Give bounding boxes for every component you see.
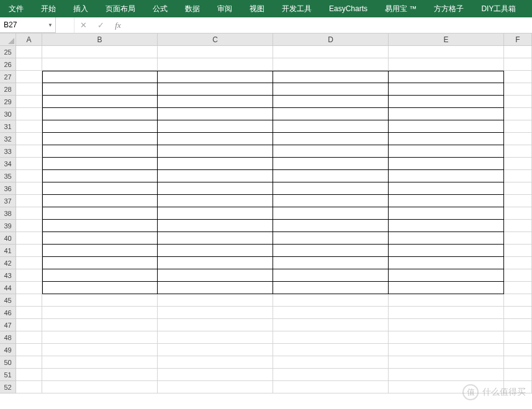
- cell-A28[interactable]: [16, 83, 42, 96]
- cell-C34[interactable]: [158, 158, 273, 170]
- cell-C37[interactable]: [158, 195, 273, 207]
- cell-D50[interactable]: [273, 356, 389, 369]
- cell-A29[interactable]: [16, 96, 42, 108]
- row-header-26[interactable]: 26: [0, 58, 16, 71]
- cell-E33[interactable]: [389, 145, 504, 158]
- cell-D42[interactable]: [273, 257, 389, 269]
- cell-E27[interactable]: [389, 71, 504, 83]
- cell-E28[interactable]: [389, 83, 504, 96]
- row-header-38[interactable]: 38: [0, 207, 16, 220]
- cell-D43[interactable]: [273, 269, 389, 282]
- cell-F37[interactable]: [504, 195, 532, 207]
- cell-B38[interactable]: [42, 207, 158, 220]
- cell-F30[interactable]: [504, 108, 532, 120]
- cell-F38[interactable]: [504, 207, 532, 220]
- cell-F25[interactable]: [504, 46, 532, 58]
- cell-A37[interactable]: [16, 195, 42, 207]
- cell-C27[interactable]: [158, 71, 273, 83]
- column-header-D[interactable]: D: [273, 34, 389, 46]
- cell-E31[interactable]: [389, 120, 504, 133]
- cell-F26[interactable]: [504, 58, 532, 71]
- cell-D41[interactable]: [273, 245, 389, 257]
- cell-E25[interactable]: [389, 46, 504, 58]
- cell-E32[interactable]: [389, 133, 504, 145]
- fx-button[interactable]: fx: [109, 17, 127, 33]
- cell-F41[interactable]: [504, 245, 532, 257]
- cell-D44[interactable]: [273, 282, 389, 294]
- cell-E48[interactable]: [389, 331, 504, 344]
- cell-D27[interactable]: [273, 71, 389, 83]
- cell-E52[interactable]: [389, 381, 504, 393]
- cell-B31[interactable]: [42, 120, 158, 133]
- cell-A26[interactable]: [16, 58, 42, 71]
- row-header-42[interactable]: 42: [0, 257, 16, 269]
- cell-C49[interactable]: [158, 344, 273, 356]
- cell-E34[interactable]: [389, 158, 504, 170]
- row-header-51[interactable]: 51: [0, 369, 16, 381]
- cell-C47[interactable]: [158, 319, 273, 331]
- row-header-33[interactable]: 33: [0, 145, 16, 158]
- cell-E45[interactable]: [389, 294, 504, 307]
- cell-A49[interactable]: [16, 344, 42, 356]
- cell-E36[interactable]: [389, 182, 504, 195]
- cell-F43[interactable]: [504, 269, 532, 282]
- row-header-44[interactable]: 44: [0, 282, 16, 294]
- cell-C39[interactable]: [158, 220, 273, 232]
- cell-D40[interactable]: [273, 232, 389, 245]
- row-header-27[interactable]: 27: [0, 71, 16, 83]
- cell-A25[interactable]: [16, 46, 42, 58]
- cell-A44[interactable]: [16, 282, 42, 294]
- cell-B52[interactable]: [42, 381, 158, 393]
- cell-B36[interactable]: [42, 182, 158, 195]
- cancel-button[interactable]: ✕: [74, 17, 92, 33]
- cell-B25[interactable]: [42, 46, 158, 58]
- cell-F36[interactable]: [504, 182, 532, 195]
- column-header-F[interactable]: F: [504, 34, 532, 46]
- cell-D35[interactable]: [273, 170, 389, 182]
- cell-D31[interactable]: [273, 120, 389, 133]
- ribbon-tab-0[interactable]: 文件: [0, 0, 32, 17]
- cell-A32[interactable]: [16, 133, 42, 145]
- cell-B35[interactable]: [42, 170, 158, 182]
- cell-D25[interactable]: [273, 46, 389, 58]
- cell-A42[interactable]: [16, 257, 42, 269]
- cell-D38[interactable]: [273, 207, 389, 220]
- cell-E44[interactable]: [389, 282, 504, 294]
- cell-D36[interactable]: [273, 182, 389, 195]
- cell-E29[interactable]: [389, 96, 504, 108]
- cell-D34[interactable]: [273, 158, 389, 170]
- cell-C48[interactable]: [158, 331, 273, 344]
- row-header-45[interactable]: 45: [0, 294, 16, 307]
- row-header-35[interactable]: 35: [0, 170, 16, 182]
- cell-B34[interactable]: [42, 158, 158, 170]
- cell-E41[interactable]: [389, 245, 504, 257]
- column-header-B[interactable]: B: [42, 34, 158, 46]
- cell-B42[interactable]: [42, 257, 158, 269]
- cell-A35[interactable]: [16, 170, 42, 182]
- cell-C40[interactable]: [158, 232, 273, 245]
- cell-A43[interactable]: [16, 269, 42, 282]
- cell-C43[interactable]: [158, 269, 273, 282]
- dropdown-icon[interactable]: ▼: [48, 22, 53, 28]
- cell-D32[interactable]: [273, 133, 389, 145]
- cell-F32[interactable]: [504, 133, 532, 145]
- cell-E43[interactable]: [389, 269, 504, 282]
- ribbon-tab-3[interactable]: 页面布局: [97, 0, 144, 17]
- cell-A47[interactable]: [16, 319, 42, 331]
- cell-E26[interactable]: [389, 58, 504, 71]
- cell-D49[interactable]: [273, 344, 389, 356]
- cell-F39[interactable]: [504, 220, 532, 232]
- cell-E47[interactable]: [389, 319, 504, 331]
- column-header-C[interactable]: C: [158, 34, 273, 46]
- cell-B28[interactable]: [42, 83, 158, 96]
- cell-C36[interactable]: [158, 182, 273, 195]
- cell-D51[interactable]: [273, 369, 389, 381]
- cell-A50[interactable]: [16, 356, 42, 369]
- cell-F34[interactable]: [504, 158, 532, 170]
- row-header-50[interactable]: 50: [0, 356, 16, 369]
- cell-F29[interactable]: [504, 96, 532, 108]
- cell-A33[interactable]: [16, 145, 42, 158]
- row-header-46[interactable]: 46: [0, 307, 16, 319]
- cell-B47[interactable]: [42, 319, 158, 331]
- grid[interactable]: [16, 46, 532, 393]
